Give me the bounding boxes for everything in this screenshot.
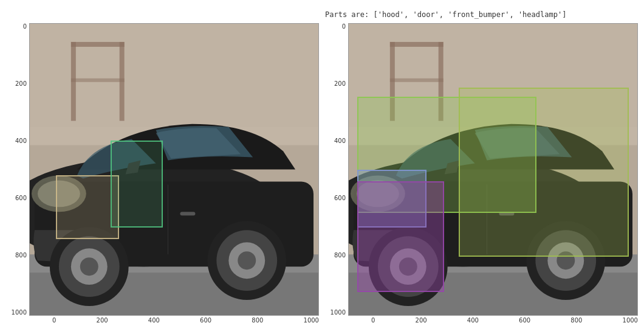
x-label-200-left: 200: [97, 317, 108, 324]
right-y-axis: 0 200 400 600 800 1000: [325, 23, 348, 328]
svg-point-18: [238, 251, 256, 270]
y-label-1000-left: 1000: [12, 309, 27, 316]
x-label-1000-right: 1000: [623, 317, 638, 324]
bumper-box-right: [357, 181, 444, 292]
x-label-200-right: 200: [416, 317, 427, 324]
door-box-left: [111, 141, 163, 228]
right-chart: [348, 23, 638, 316]
x-label-0-right: 0: [371, 317, 375, 324]
right-plot-area: 0 200 400 600 800 1000: [325, 23, 638, 328]
svg-rect-29: [390, 78, 444, 82]
door-box-right: [459, 88, 629, 257]
headlamp-box-left: [56, 175, 120, 239]
left-title-area: [6, 6, 319, 23]
right-title-area: Parts are: ['hood', 'door', 'front_bumpe…: [325, 6, 638, 23]
y-label-600-left: 600: [15, 195, 27, 201]
y-label-1000-right: 1000: [331, 309, 346, 316]
y-label-600-right: 600: [334, 195, 346, 201]
y-label-0-right: 0: [342, 23, 346, 30]
left-car-image: [30, 24, 318, 315]
y-label-0-left: 0: [23, 23, 27, 30]
parts-title: Parts are: ['hood', 'door', 'front_bumpe…: [325, 10, 566, 19]
x-label-600-right: 600: [519, 317, 530, 324]
svg-rect-5: [71, 42, 125, 47]
left-y-axis: 0 200 400 600 800 1000: [6, 23, 29, 328]
y-label-800-left: 800: [15, 252, 27, 259]
left-x-axis-row: 0 200 400 600 800 1000: [29, 316, 319, 328]
left-plot-panel: 0 200 400 600 800 1000: [6, 6, 319, 328]
right-plot-panel: Parts are: ['hood', 'door', 'front_bumpe…: [325, 6, 638, 328]
x-label-0-left: 0: [52, 317, 56, 324]
main-container: 0 200 400 600 800 1000: [0, 0, 644, 334]
y-label-400-right: 400: [334, 137, 346, 144]
svg-point-22: [80, 257, 98, 276]
x-label-800-right: 800: [570, 317, 582, 324]
right-x-axis-row: 0 200 400 600 800 1000: [348, 316, 638, 328]
y-label-400-left: 400: [15, 137, 27, 144]
svg-rect-28: [390, 42, 444, 47]
right-x-axis: 0 200 400 600 800 1000: [371, 316, 638, 328]
y-label-800-right: 800: [334, 252, 346, 259]
x-label-400-right: 400: [467, 317, 479, 324]
y-label-200-left: 200: [15, 80, 27, 87]
y-label-200-right: 200: [334, 80, 346, 87]
x-label-800-left: 800: [252, 317, 263, 324]
x-label-400-left: 400: [148, 317, 160, 324]
left-x-axis: 0 200 400 600 800 1000: [52, 316, 319, 328]
svg-rect-6: [71, 78, 125, 82]
x-label-1000-left: 1000: [304, 317, 319, 324]
left-plot-area: 0 200 400 600 800 1000: [6, 23, 319, 328]
x-label-600-left: 600: [200, 317, 211, 324]
svg-rect-12: [180, 212, 195, 215]
left-chart: [29, 23, 319, 316]
